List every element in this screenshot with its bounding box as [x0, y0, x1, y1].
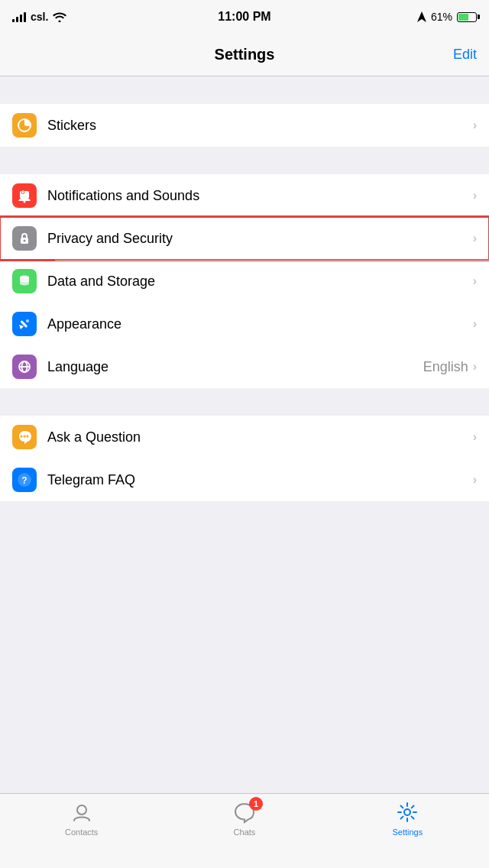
chats-tab-label: Chats — [234, 828, 256, 837]
language-value: English — [423, 359, 468, 375]
contacts-tab-icon-wrap — [70, 800, 94, 824]
svg-point-19 — [77, 805, 86, 815]
carrier-label: csl. — [31, 11, 48, 23]
status-bar: csl. 11:00 PM 61% — [0, 0, 489, 34]
status-time: 11:00 PM — [218, 10, 270, 24]
ask-icon-bg — [12, 425, 37, 449]
privacy-label: Privacy and Security — [47, 231, 473, 247]
chats-badge: 1 — [249, 797, 263, 811]
chats-tab-icon-wrap: 1 — [232, 800, 257, 824]
faq-chevron: › — [473, 473, 477, 487]
settings-tab-label: Settings — [392, 828, 423, 837]
row-language[interactable]: Language English › — [0, 345, 489, 388]
privacy-chevron: › — [473, 232, 477, 245]
section-gap-2 — [0, 388, 489, 416]
appearance-label: Appearance — [47, 316, 473, 332]
settings-tab-icon-wrap — [395, 800, 419, 824]
signal-bars — [12, 11, 26, 22]
svg-point-15 — [21, 436, 23, 438]
battery-icon — [457, 12, 477, 22]
stickers-icon-bg — [12, 113, 37, 138]
section-help: Ask a Question › ? Telegram FAQ › — [0, 416, 489, 501]
svg-text:?: ? — [21, 475, 27, 486]
tab-bar: Contacts 1 Chats Settings — [0, 793, 489, 868]
svg-point-4 — [22, 192, 24, 193]
tab-settings[interactable]: Settings — [326, 800, 489, 837]
appearance-icon-bg — [12, 312, 37, 336]
language-label: Language — [47, 359, 423, 375]
page-title: Settings — [215, 46, 275, 63]
location-icon — [417, 11, 426, 22]
notifications-icon-bg — [12, 183, 37, 208]
data-chevron: › — [473, 274, 477, 288]
section-stickers: Stickers › — [0, 104, 489, 147]
section-gap-top — [0, 76, 489, 104]
faq-label: Telegram FAQ — [47, 472, 473, 488]
row-faq[interactable]: ? Telegram FAQ › — [0, 458, 489, 501]
privacy-icon — [16, 230, 33, 247]
data-icon — [16, 273, 33, 290]
privacy-icon-bg — [12, 226, 37, 251]
svg-point-7 — [24, 240, 26, 242]
tab-contacts[interactable]: Contacts — [0, 800, 163, 837]
section-gap-1 — [0, 147, 489, 174]
faq-icon-bg: ? — [12, 468, 37, 492]
settings-container: Stickers › Notifications and Sounds › — [0, 76, 489, 529]
row-privacy[interactable]: Privacy and Security › — [0, 217, 489, 260]
svg-point-14 — [24, 436, 26, 438]
row-ask[interactable]: Ask a Question › — [0, 416, 489, 458]
language-chevron: › — [473, 360, 477, 374]
section-gap-bottom — [0, 501, 489, 529]
data-icon-bg — [12, 269, 37, 293]
contacts-icon — [70, 801, 93, 824]
svg-point-20 — [404, 809, 410, 815]
svg-rect-1 — [20, 191, 29, 199]
nav-bar: Settings Edit — [0, 34, 489, 76]
row-data[interactable]: Data and Storage › — [0, 260, 489, 303]
ask-chevron: › — [473, 430, 477, 444]
language-icon-bg — [12, 355, 37, 379]
edit-button[interactable]: Edit — [453, 47, 477, 63]
notifications-chevron: › — [473, 189, 477, 202]
appearance-icon — [16, 316, 33, 332]
svg-point-10 — [26, 319, 29, 322]
stickers-icon — [16, 117, 33, 134]
ask-label: Ask a Question — [47, 429, 473, 445]
row-appearance[interactable]: Appearance › — [0, 303, 489, 345]
battery-percent: 61% — [431, 11, 452, 23]
row-notifications[interactable]: Notifications and Sounds › — [0, 174, 489, 217]
stickers-chevron: › — [473, 118, 477, 132]
appearance-chevron: › — [473, 317, 477, 331]
faq-icon: ? — [16, 471, 33, 488]
notifications-label: Notifications and Sounds — [47, 188, 473, 204]
wifi-icon — [53, 11, 66, 22]
stickers-label: Stickers — [47, 118, 473, 134]
notifications-icon — [16, 187, 33, 204]
tab-chats[interactable]: 1 Chats — [163, 800, 325, 837]
svg-point-16 — [27, 436, 29, 438]
language-icon — [16, 358, 33, 375]
status-left: csl. — [12, 11, 66, 23]
ask-icon — [16, 429, 33, 445]
contacts-tab-label: Contacts — [65, 828, 98, 837]
battery-fill — [458, 14, 468, 21]
section-main-settings: Notifications and Sounds › Privacy and S… — [0, 174, 489, 388]
row-stickers[interactable]: Stickers › — [0, 104, 489, 147]
svg-point-2 — [24, 201, 26, 203]
data-label: Data and Storage — [47, 274, 473, 290]
settings-tab-icon — [396, 801, 419, 824]
status-right: 61% — [417, 11, 477, 23]
